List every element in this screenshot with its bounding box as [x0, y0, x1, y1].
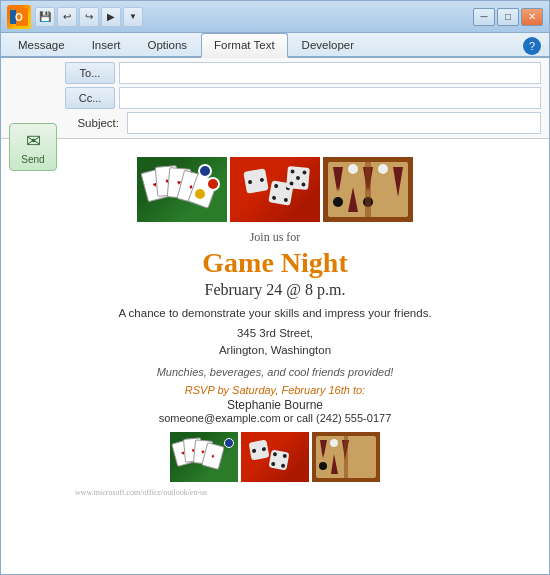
- window-controls: ─ □ ✕: [473, 8, 543, 26]
- host-name: Stephanie Bourne: [55, 398, 495, 412]
- title-bar-left: O 💾 ↩ ↪ ▶ ▼: [7, 5, 143, 29]
- small-board-svg: [312, 432, 380, 482]
- small-chip: [224, 438, 234, 448]
- tab-format-text[interactable]: Format Text: [201, 33, 288, 58]
- small-board-image: [312, 432, 380, 482]
- cc-button[interactable]: Cc...: [65, 87, 115, 109]
- ribbon: Message Insert Options Format Text Devel…: [1, 33, 549, 58]
- bottom-image-row: ♥ ♦ ♥ ♦: [55, 432, 495, 482]
- small-dice-image: [241, 432, 309, 482]
- email-header: ✉ Send To... Cc... Subject:: [1, 58, 549, 139]
- event-date: February 24 @ 8 p.m.: [55, 281, 495, 299]
- save-button[interactable]: 💾: [35, 7, 55, 27]
- board-image: [323, 157, 413, 222]
- cards-container: ♥ ♦ ♥ ♦ ♥: [142, 162, 222, 217]
- dropdown-button[interactable]: ▼: [123, 7, 143, 27]
- address-line1: 345 3rd Street,: [55, 325, 495, 342]
- board-svg: [323, 157, 413, 222]
- chip-blue: [198, 164, 212, 178]
- close-button[interactable]: ✕: [521, 8, 543, 26]
- tab-developer[interactable]: Developer: [289, 33, 367, 56]
- rsvp-text: RSVP by Saturday, February 16th to:: [55, 384, 495, 396]
- contact-info: someone@example.com or call (242) 555-01…: [55, 412, 495, 424]
- small-die-2: [269, 449, 290, 470]
- undo-button[interactable]: ↩: [57, 7, 77, 27]
- toolbar-buttons: 💾 ↩ ↪ ▶ ▼: [35, 7, 143, 27]
- cards-image: ♥ ♦ ♥ ♦ ♥: [137, 157, 227, 222]
- maximize-button[interactable]: □: [497, 8, 519, 26]
- join-text: Join us for: [55, 230, 495, 245]
- chip-yellow: [193, 187, 207, 201]
- title-bar: O 💾 ↩ ↪ ▶ ▼ ─ □ ✕: [1, 1, 549, 33]
- help-button[interactable]: ?: [523, 37, 541, 55]
- small-cards-image: ♥ ♦ ♥ ♦: [170, 432, 238, 482]
- to-button[interactable]: To...: [65, 62, 115, 84]
- event-description: A chance to demonstrate your skills and …: [55, 307, 495, 319]
- svg-point-13: [333, 197, 343, 207]
- to-input[interactable]: [119, 62, 541, 84]
- small-cards-container: ♥ ♦ ♥ ♦: [174, 436, 234, 478]
- app-icon: O: [7, 5, 31, 29]
- send-button[interactable]: ✉ Send: [9, 123, 57, 171]
- subject-row: Subject:: [9, 112, 541, 134]
- svg-point-16: [378, 164, 388, 174]
- small-die-1: [249, 439, 270, 460]
- send-label: Send: [21, 154, 44, 165]
- watermark: www.microsoft.com/office/outlook/en-us: [55, 488, 495, 502]
- email-content: ♥ ♦ ♥ ♦ ♥: [35, 139, 515, 512]
- munchies-text: Munchies, beverages, and cool friends pr…: [55, 366, 495, 378]
- subject-input[interactable]: [127, 112, 541, 134]
- die-3: [286, 166, 310, 190]
- svg-point-25: [319, 462, 327, 470]
- svg-point-14: [348, 164, 358, 174]
- small-dice-container: [245, 436, 305, 478]
- tab-message[interactable]: Message: [5, 33, 78, 56]
- send-icon: ✉: [26, 130, 41, 152]
- forward-button[interactable]: ▶: [101, 7, 121, 27]
- svg-rect-27: [344, 436, 348, 478]
- cc-row: Cc...: [9, 87, 541, 109]
- ribbon-tabs: Message Insert Options Format Text Devel…: [1, 33, 549, 56]
- die-1: [243, 168, 268, 193]
- redo-button[interactable]: ↪: [79, 7, 99, 27]
- svg-text:O: O: [15, 12, 23, 23]
- subject-label: Subject:: [65, 117, 119, 129]
- chip-red: [206, 177, 220, 191]
- dice-image: [230, 157, 320, 222]
- to-row: To...: [9, 62, 541, 84]
- minimize-button[interactable]: ─: [473, 8, 495, 26]
- address-line2: Arlington, Washington: [55, 342, 495, 359]
- dice-container: [235, 162, 315, 217]
- tab-options[interactable]: Options: [134, 33, 200, 56]
- email-body[interactable]: ♥ ♦ ♥ ♦ ♥: [1, 139, 549, 574]
- outlook-window: O 💾 ↩ ↪ ▶ ▼ ─ □ ✕ Message Insert Options…: [0, 0, 550, 575]
- event-title: Game Night: [55, 247, 495, 279]
- top-image-row: ♥ ♦ ♥ ♦ ♥: [55, 157, 495, 222]
- cc-input[interactable]: [119, 87, 541, 109]
- svg-point-26: [330, 439, 338, 447]
- svg-rect-17: [365, 162, 371, 217]
- tab-insert[interactable]: Insert: [79, 33, 134, 56]
